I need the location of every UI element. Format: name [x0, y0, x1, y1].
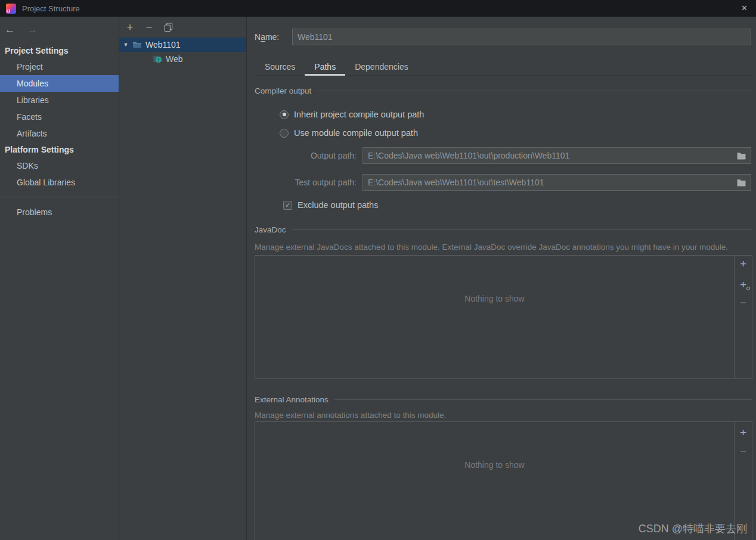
javadoc-list: Nothing to show + + −	[255, 255, 752, 379]
dialog-content: ← → Project Settings Project Modules Lib…	[0, 17, 756, 540]
name-label-pre: N	[255, 32, 261, 42]
exclude-output-paths-label: Exclude output paths	[298, 200, 378, 210]
compiler-output-title: Compiler output	[255, 86, 311, 95]
tab-sources[interactable]: Sources	[255, 60, 305, 75]
output-path-row: Output path: E:\Codes\Java web\Web1101\o…	[255, 147, 752, 164]
copy-module-icon[interactable]	[162, 23, 174, 32]
javadoc-description: Manage external JavaDocs attached to thi…	[255, 243, 752, 252]
exclude-output-paths-checkbox[interactable]: ✓ Exclude output paths	[283, 199, 752, 211]
sidebar-item-modules[interactable]: Modules	[0, 75, 119, 92]
test-output-path-row: Test output path: E:\Codes\Java web\Web1…	[255, 174, 752, 191]
tree-label-web: Web	[166, 54, 183, 64]
csdn-watermark: CSDN @特喵非要去刚	[639, 522, 747, 536]
close-icon[interactable]: ✕	[741, 4, 748, 13]
test-output-path-input[interactable]: E:\Codes\Java web\Web1101\out\test\Web11…	[362, 174, 751, 191]
tab-paths-label: Paths	[314, 62, 336, 72]
section-rule	[317, 91, 752, 91]
module-output-radio[interactable]: Use module compile output path	[280, 127, 752, 139]
tab-paths[interactable]: Paths	[305, 60, 345, 75]
external-annotations-title: External Annotations	[255, 395, 329, 404]
add-module-icon[interactable]: +	[124, 21, 136, 33]
remove-annotation-root-icon[interactable]: −	[736, 445, 751, 459]
modules-tree-panel: + − ▼ Web1101	[119, 17, 247, 540]
output-path-label: Output path:	[255, 151, 362, 160]
modules-toolbar: + −	[119, 17, 246, 38]
module-editor-panel: Name: Sources Paths Dependencies Compile…	[247, 17, 756, 540]
settings-sidebar: ← → Project Settings Project Modules Lib…	[0, 17, 119, 540]
intellij-logo-icon: IJ	[6, 4, 16, 14]
inherit-output-radio[interactable]: Inherit project compile output path	[280, 108, 752, 120]
tree-row-web1101[interactable]: ▼ Web1101	[119, 38, 246, 52]
project-structure-dialog: IJ Project Structure ✕ ← → Project Setti…	[0, 0, 756, 540]
minus-glyph: −	[740, 296, 746, 309]
copy-icon-glyph	[164, 23, 173, 32]
test-output-path-value: E:\Codes\Java web\Web1101\out\test\Web11…	[368, 178, 737, 187]
name-row: Name:	[255, 29, 752, 45]
name-label-mnemonic: a	[261, 32, 265, 42]
section-header-platform-settings: Platform Settings	[0, 142, 119, 157]
module-output-label: Use module compile output path	[294, 128, 418, 138]
tree-row-web[interactable]: Web	[119, 52, 246, 66]
section-header-project-settings: Project Settings	[0, 43, 119, 58]
title-bar: IJ Project Structure ✕	[0, 0, 756, 17]
plus-glyph: +	[740, 257, 746, 271]
javadoc-empty-text: Nothing to show	[464, 294, 524, 303]
add-annotation-root-icon[interactable]: +	[736, 426, 751, 440]
intellij-monogram: IJ	[6, 9, 10, 14]
web-facet-icon	[153, 54, 162, 64]
output-path-value: E:\Codes\Java web\Web1101\out\production…	[368, 151, 737, 160]
tab-dependencies[interactable]: Dependencies	[345, 60, 418, 75]
remove-module-icon[interactable]: −	[143, 21, 155, 33]
module-name-input[interactable]	[292, 29, 751, 45]
module-icon	[132, 40, 142, 49]
forward-icon: →	[27, 24, 37, 35]
tree-label-web1101: Web1101	[145, 40, 181, 49]
sidebar-item-libraries[interactable]: Libraries	[0, 92, 119, 108]
inherit-output-label: Inherit project compile output path	[294, 110, 424, 119]
collapse-arrow-icon[interactable]: ▼	[122, 42, 130, 48]
module-tabs: Sources Paths Dependencies	[255, 60, 752, 76]
history-nav: ← →	[0, 17, 119, 43]
external-annotations-section-header: External Annotations	[255, 394, 752, 405]
compiler-output-section-header: Compiler output	[255, 85, 752, 96]
remove-javadoc-icon[interactable]: −	[736, 296, 751, 310]
dialog-title: Project Structure	[22, 4, 80, 13]
tab-dependencies-label: Dependencies	[355, 62, 408, 72]
section-rule	[334, 399, 752, 400]
name-label-post: me:	[265, 32, 279, 42]
back-icon[interactable]: ←	[5, 24, 15, 35]
javadoc-empty-area: Nothing to show	[255, 256, 734, 378]
sidebar-item-problems[interactable]: Problems	[0, 204, 119, 221]
browse-folder-icon[interactable]	[737, 152, 746, 160]
javadoc-section-header: JavaDoc	[255, 224, 752, 235]
sidebar-item-artifacts[interactable]: Artifacts	[0, 125, 119, 142]
name-label: Name:	[255, 32, 292, 42]
badge-dot	[746, 287, 750, 290]
section-rule	[292, 229, 752, 230]
sidebar-item-facets[interactable]: Facets	[0, 108, 119, 125]
test-output-path-label: Test output path:	[255, 178, 362, 187]
browse-folder-icon[interactable]	[737, 179, 746, 187]
sidebar-item-global-libraries[interactable]: Global Libraries	[0, 174, 119, 191]
javadoc-title: JavaDoc	[255, 225, 286, 234]
check-glyph: ✓	[285, 201, 290, 209]
annotations-empty-text: Nothing to show	[464, 460, 524, 470]
minus-glyph: −	[740, 445, 746, 458]
sidebar-separator	[0, 197, 119, 197]
add-javadoc-icon[interactable]: +	[736, 257, 751, 271]
radio-unselected-icon[interactable]	[280, 129, 289, 138]
checkbox-checked-icon[interactable]: ✓	[283, 201, 292, 210]
plus-glyph: +	[740, 426, 746, 439]
radio-selected-icon[interactable]	[280, 110, 289, 119]
add-javadoc-url-icon[interactable]: +	[736, 278, 751, 292]
tab-sources-label: Sources	[265, 62, 295, 72]
external-annotations-description: Manage external annotations attached to …	[255, 411, 752, 420]
sidebar-item-project[interactable]: Project	[0, 58, 119, 75]
output-path-input[interactable]: E:\Codes\Java web\Web1101\out\production…	[362, 147, 751, 164]
javadoc-toolbar: + + −	[734, 256, 752, 378]
plus-glyph: +	[740, 278, 746, 291]
sidebar-item-sdks[interactable]: SDKs	[0, 157, 119, 174]
